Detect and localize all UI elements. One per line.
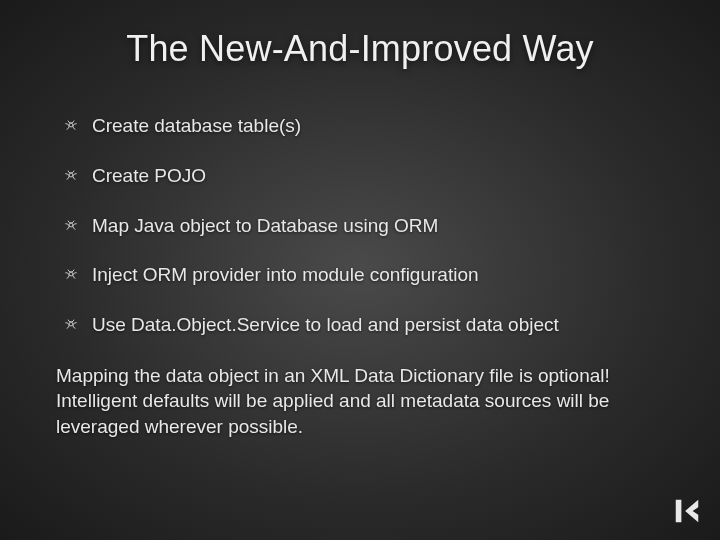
- list-item-text: Create POJO: [92, 164, 206, 188]
- list-item-text: Create database table(s): [92, 114, 301, 138]
- slide: The New-And-Improved Way Create database: [0, 0, 720, 540]
- list-item-text: Use Data.Object.Service to load and pers…: [92, 313, 559, 337]
- list-item: Create database table(s): [64, 114, 664, 138]
- svg-point-1: [69, 173, 73, 177]
- bullet-list: Create database table(s) Create POJO: [56, 114, 664, 337]
- svg-point-2: [69, 223, 73, 227]
- svg-point-0: [69, 123, 73, 127]
- list-item: Use Data.Object.Service to load and pers…: [64, 313, 664, 337]
- list-item: Create POJO: [64, 164, 664, 188]
- list-item-text: Map Java object to Database using ORM: [92, 214, 438, 238]
- biohazard-bullet-icon: [64, 168, 78, 182]
- biohazard-bullet-icon: [64, 118, 78, 132]
- biohazard-bullet-icon: [64, 317, 78, 331]
- svg-point-3: [69, 272, 73, 276]
- svg-point-4: [69, 322, 73, 326]
- svg-marker-6: [685, 500, 698, 523]
- paragraph-text: Mapping the data object in an XML Data D…: [56, 363, 664, 440]
- list-item: Inject ORM provider into module configur…: [64, 263, 664, 287]
- list-item-text: Inject ORM provider into module configur…: [92, 263, 479, 287]
- slide-title: The New-And-Improved Way: [56, 28, 664, 70]
- logo-icon: [672, 496, 702, 526]
- biohazard-bullet-icon: [64, 218, 78, 232]
- biohazard-bullet-icon: [64, 267, 78, 281]
- list-item: Map Java object to Database using ORM: [64, 214, 664, 238]
- svg-rect-5: [676, 500, 682, 523]
